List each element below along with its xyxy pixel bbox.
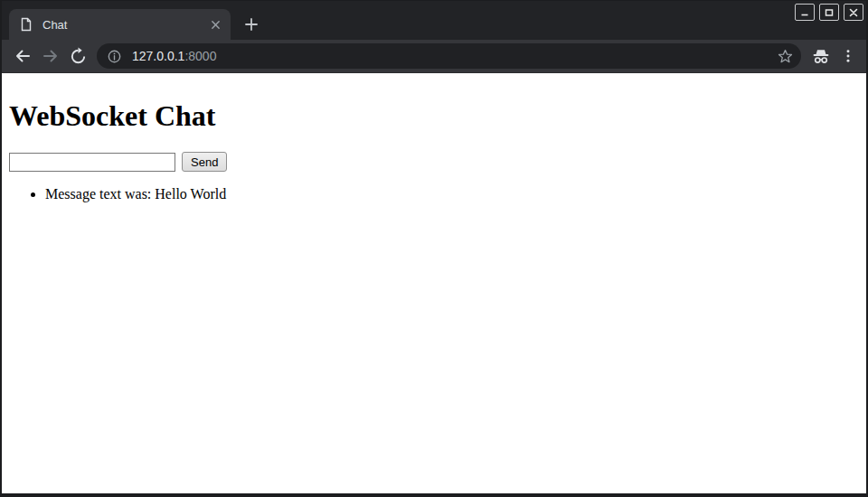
url-host: 127.0.0.1 bbox=[132, 49, 184, 63]
address-bar[interactable]: 127.0.0.1:8000 bbox=[97, 43, 801, 69]
window-controls bbox=[795, 4, 863, 21]
reload-icon bbox=[69, 47, 88, 66]
back-arrow-icon bbox=[13, 46, 33, 66]
minimize-icon bbox=[799, 7, 810, 18]
page-favicon-icon bbox=[19, 17, 33, 32]
browser-window: Chat bbox=[0, 0, 868, 497]
page-title: WebSocket Chat bbox=[9, 99, 859, 133]
close-icon bbox=[848, 7, 859, 18]
maximize-button[interactable] bbox=[819, 4, 839, 21]
message-input[interactable] bbox=[9, 153, 175, 172]
bookmark-button[interactable] bbox=[773, 44, 797, 68]
tab-title: Chat bbox=[42, 18, 207, 32]
chat-form: Send bbox=[9, 152, 859, 172]
maximize-icon bbox=[824, 7, 835, 18]
reload-button[interactable] bbox=[64, 42, 92, 70]
plus-icon bbox=[244, 17, 259, 32]
tab-close-icon[interactable] bbox=[207, 16, 223, 33]
incognito-icon bbox=[810, 45, 832, 67]
url-text[interactable]: 127.0.0.1:8000 bbox=[132, 49, 773, 63]
browser-toolbar: 127.0.0.1:8000 bbox=[2, 40, 866, 73]
message-list: Message text was: Hello World bbox=[9, 186, 859, 202]
close-window-button[interactable] bbox=[844, 4, 863, 21]
tab-strip: Chat bbox=[2, 1, 866, 40]
tab-chat[interactable]: Chat bbox=[9, 9, 231, 40]
send-button[interactable]: Send bbox=[182, 152, 227, 172]
minimize-button[interactable] bbox=[795, 4, 815, 21]
page-content: WebSocket Chat Send Message text was: He… bbox=[2, 73, 866, 493]
new-tab-button[interactable] bbox=[240, 13, 263, 36]
back-button[interactable] bbox=[8, 42, 36, 70]
forward-arrow-icon bbox=[41, 46, 61, 66]
message-item: Message text was: Hello World bbox=[45, 186, 859, 202]
browser-menu-button[interactable] bbox=[836, 42, 860, 70]
url-port: :8000 bbox=[184, 49, 216, 63]
incognito-avatar-button[interactable] bbox=[806, 42, 836, 70]
site-info-icon[interactable] bbox=[107, 49, 122, 64]
star-icon bbox=[777, 48, 794, 65]
forward-button[interactable] bbox=[36, 42, 64, 70]
kebab-menu-icon bbox=[840, 48, 856, 64]
